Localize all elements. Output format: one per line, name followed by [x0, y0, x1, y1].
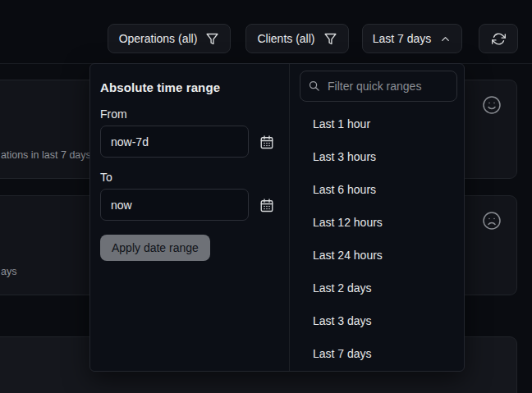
to-label: To — [100, 171, 279, 184]
operations-filter-label: Operations (all) — [119, 32, 198, 45]
panel-title: Absolute time range — [100, 80, 279, 94]
funnel-icon — [323, 32, 337, 46]
smiley-face-icon — [482, 95, 502, 118]
top-toolbar: Operations (all) Clients (all) Last 7 da… — [0, 0, 532, 64]
quick-ranges-list: Last 1 hour Last 3 hours Last 6 hours La… — [290, 107, 464, 370]
filter-quick-ranges-input[interactable] — [300, 71, 457, 102]
quick-range-option-last-24-hours[interactable]: Last 24 hours — [290, 239, 464, 272]
clients-filter-label: Clients (all) — [257, 32, 314, 45]
calendar-icon — [259, 198, 274, 212]
dashboard-screen: ations in last 7 days ays Operations (al… — [0, 0, 532, 393]
quick-ranges-section: Last 1 hour Last 3 hours Last 6 hours La… — [289, 64, 464, 371]
time-range-dropdown-panel: Absolute time range From — [89, 63, 465, 372]
quick-range-option-last-12-hours[interactable]: Last 12 hours — [290, 206, 464, 239]
from-calendar-button[interactable] — [259, 135, 274, 149]
quick-range-option-last-1-hour[interactable]: Last 1 hour — [290, 107, 464, 140]
quick-range-option-last-3-days[interactable]: Last 3 days — [290, 304, 464, 337]
refresh-icon — [492, 32, 506, 46]
time-range-button[interactable]: Last 7 days — [362, 24, 462, 53]
absolute-time-range-section: Absolute time range From — [90, 64, 289, 371]
from-label: From — [100, 107, 279, 121]
funnel-icon — [205, 32, 219, 46]
card-caption: ations in last 7 days — [1, 149, 91, 161]
clients-filter-button[interactable]: Clients (all) — [245, 24, 349, 53]
from-input[interactable] — [100, 126, 249, 158]
time-range-label: Last 7 days — [373, 32, 432, 45]
quick-range-option-last-6-hours[interactable]: Last 6 hours — [290, 173, 464, 206]
to-input[interactable] — [100, 189, 249, 221]
frown-face-icon — [482, 211, 502, 234]
calendar-icon — [259, 135, 274, 149]
card-caption: ays — [1, 266, 16, 277]
quick-range-option-last-2-days[interactable]: Last 2 days — [290, 272, 464, 304]
chevron-up-icon — [439, 33, 452, 45]
quick-range-option-last-3-hours[interactable]: Last 3 hours — [290, 140, 464, 173]
quick-range-option-last-7-days[interactable]: Last 7 days — [290, 337, 464, 370]
to-calendar-button[interactable] — [259, 198, 274, 212]
refresh-button[interactable] — [479, 24, 518, 53]
operations-filter-button[interactable]: Operations (all) — [108, 24, 231, 53]
apply-date-range-button[interactable]: Apply date range — [100, 235, 210, 261]
